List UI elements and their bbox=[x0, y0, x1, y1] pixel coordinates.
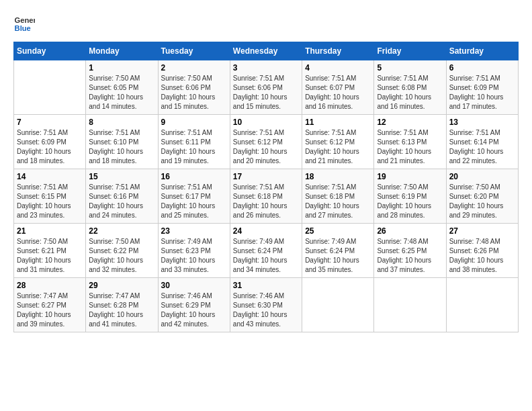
day-info: Sunrise: 7:49 AM Sunset: 6:24 PM Dayligh… bbox=[305, 237, 371, 275]
calendar-cell: 9Sunrise: 7:51 AM Sunset: 6:11 PM Daylig… bbox=[158, 115, 230, 169]
day-number: 6 bbox=[449, 63, 515, 73]
calendar-cell: 2Sunrise: 7:50 AM Sunset: 6:06 PM Daylig… bbox=[158, 60, 230, 115]
day-number: 21 bbox=[17, 226, 83, 236]
calendar-cell: 29Sunrise: 7:47 AM Sunset: 6:28 PM Dayli… bbox=[86, 278, 158, 332]
page-header: General Blue bbox=[13, 13, 519, 35]
day-info: Sunrise: 7:47 AM Sunset: 6:28 PM Dayligh… bbox=[89, 291, 154, 329]
svg-text:General: General bbox=[15, 16, 35, 24]
day-number: 26 bbox=[377, 226, 443, 236]
calendar-cell: 11Sunrise: 7:51 AM Sunset: 6:12 PM Dayli… bbox=[302, 115, 374, 169]
day-info: Sunrise: 7:51 AM Sunset: 6:14 PM Dayligh… bbox=[449, 128, 515, 166]
calendar-cell: 10Sunrise: 7:51 AM Sunset: 6:12 PM Dayli… bbox=[230, 115, 302, 169]
day-info: Sunrise: 7:47 AM Sunset: 6:27 PM Dayligh… bbox=[17, 291, 83, 329]
day-number: 24 bbox=[233, 226, 299, 236]
calendar-cell: 19Sunrise: 7:50 AM Sunset: 6:19 PM Dayli… bbox=[374, 169, 446, 224]
week-row-2: 7Sunrise: 7:51 AM Sunset: 6:09 PM Daylig… bbox=[14, 115, 519, 169]
calendar-cell: 31Sunrise: 7:46 AM Sunset: 6:30 PM Dayli… bbox=[230, 278, 302, 332]
day-info: Sunrise: 7:51 AM Sunset: 6:12 PM Dayligh… bbox=[233, 128, 299, 166]
calendar-cell: 16Sunrise: 7:51 AM Sunset: 6:17 PM Dayli… bbox=[158, 169, 230, 224]
day-number: 7 bbox=[17, 118, 83, 127]
calendar-cell: 13Sunrise: 7:51 AM Sunset: 6:14 PM Dayli… bbox=[446, 115, 518, 169]
day-number: 22 bbox=[89, 226, 154, 236]
calendar-cell: 18Sunrise: 7:51 AM Sunset: 6:18 PM Dayli… bbox=[302, 169, 374, 224]
day-info: Sunrise: 7:51 AM Sunset: 6:11 PM Dayligh… bbox=[161, 128, 227, 166]
day-number: 9 bbox=[161, 118, 227, 127]
logo: General Blue bbox=[13, 13, 35, 35]
calendar-cell: 24Sunrise: 7:49 AM Sunset: 6:24 PM Dayli… bbox=[230, 224, 302, 278]
week-row-3: 14Sunrise: 7:51 AM Sunset: 6:15 PM Dayli… bbox=[14, 169, 519, 224]
calendar-cell: 27Sunrise: 7:48 AM Sunset: 6:26 PM Dayli… bbox=[446, 224, 518, 278]
week-row-4: 21Sunrise: 7:50 AM Sunset: 6:21 PM Dayli… bbox=[14, 224, 519, 278]
calendar-cell: 14Sunrise: 7:51 AM Sunset: 6:15 PM Dayli… bbox=[14, 169, 86, 224]
calendar-cell: 20Sunrise: 7:50 AM Sunset: 6:20 PM Dayli… bbox=[446, 169, 518, 224]
day-info: Sunrise: 7:51 AM Sunset: 6:10 PM Dayligh… bbox=[89, 128, 154, 166]
header-cell-friday: Friday bbox=[374, 42, 446, 60]
day-number: 11 bbox=[305, 118, 371, 127]
day-number: 8 bbox=[89, 118, 154, 127]
calendar-cell: 23Sunrise: 7:49 AM Sunset: 6:23 PM Dayli… bbox=[158, 224, 230, 278]
calendar-cell: 25Sunrise: 7:49 AM Sunset: 6:24 PM Dayli… bbox=[302, 224, 374, 278]
day-info: Sunrise: 7:48 AM Sunset: 6:25 PM Dayligh… bbox=[377, 237, 443, 275]
day-info: Sunrise: 7:50 AM Sunset: 6:22 PM Dayligh… bbox=[89, 237, 154, 275]
header-cell-tuesday: Tuesday bbox=[158, 42, 230, 60]
calendar-cell: 22Sunrise: 7:50 AM Sunset: 6:22 PM Dayli… bbox=[86, 224, 158, 278]
day-number: 27 bbox=[449, 226, 515, 236]
day-info: Sunrise: 7:50 AM Sunset: 6:19 PM Dayligh… bbox=[377, 183, 443, 220]
day-info: Sunrise: 7:49 AM Sunset: 6:24 PM Dayligh… bbox=[233, 237, 299, 275]
day-number: 2 bbox=[161, 63, 227, 73]
calendar-cell: 21Sunrise: 7:50 AM Sunset: 6:21 PM Dayli… bbox=[14, 224, 86, 278]
calendar-cell bbox=[14, 60, 86, 115]
day-info: Sunrise: 7:51 AM Sunset: 6:09 PM Dayligh… bbox=[17, 128, 83, 166]
day-number: 30 bbox=[161, 281, 227, 290]
day-info: Sunrise: 7:46 AM Sunset: 6:29 PM Dayligh… bbox=[161, 291, 227, 329]
header-cell-sunday: Sunday bbox=[14, 42, 86, 60]
day-number: 13 bbox=[449, 118, 515, 127]
header-cell-monday: Monday bbox=[86, 42, 158, 60]
day-info: Sunrise: 7:51 AM Sunset: 6:07 PM Dayligh… bbox=[305, 74, 371, 111]
day-number: 10 bbox=[233, 118, 299, 127]
calendar-cell: 17Sunrise: 7:51 AM Sunset: 6:18 PM Dayli… bbox=[230, 169, 302, 224]
header-cell-thursday: Thursday bbox=[302, 42, 374, 60]
calendar-cell: 30Sunrise: 7:46 AM Sunset: 6:29 PM Dayli… bbox=[158, 278, 230, 332]
day-info: Sunrise: 7:50 AM Sunset: 6:05 PM Dayligh… bbox=[89, 74, 154, 111]
day-number: 19 bbox=[377, 172, 443, 181]
day-info: Sunrise: 7:51 AM Sunset: 6:13 PM Dayligh… bbox=[377, 128, 443, 166]
day-number: 15 bbox=[89, 172, 154, 181]
calendar-cell: 3Sunrise: 7:51 AM Sunset: 6:06 PM Daylig… bbox=[230, 60, 302, 115]
day-info: Sunrise: 7:51 AM Sunset: 6:18 PM Dayligh… bbox=[233, 183, 299, 220]
calendar-cell: 7Sunrise: 7:51 AM Sunset: 6:09 PM Daylig… bbox=[14, 115, 86, 169]
day-info: Sunrise: 7:51 AM Sunset: 6:09 PM Dayligh… bbox=[449, 74, 515, 111]
day-number: 17 bbox=[233, 172, 299, 181]
day-number: 12 bbox=[377, 118, 443, 127]
day-number: 23 bbox=[161, 226, 227, 236]
day-number: 3 bbox=[233, 63, 299, 73]
calendar-cell: 6Sunrise: 7:51 AM Sunset: 6:09 PM Daylig… bbox=[446, 60, 518, 115]
day-number: 28 bbox=[17, 281, 83, 290]
day-info: Sunrise: 7:49 AM Sunset: 6:23 PM Dayligh… bbox=[161, 237, 227, 275]
day-number: 16 bbox=[161, 172, 227, 181]
day-number: 4 bbox=[305, 63, 371, 73]
day-number: 20 bbox=[449, 172, 515, 181]
week-row-1: 1Sunrise: 7:50 AM Sunset: 6:05 PM Daylig… bbox=[14, 60, 519, 115]
calendar-body: 1Sunrise: 7:50 AM Sunset: 6:05 PM Daylig… bbox=[14, 60, 519, 332]
day-number: 5 bbox=[377, 63, 443, 73]
calendar-cell: 28Sunrise: 7:47 AM Sunset: 6:27 PM Dayli… bbox=[14, 278, 86, 332]
day-number: 25 bbox=[305, 226, 371, 236]
week-row-5: 28Sunrise: 7:47 AM Sunset: 6:27 PM Dayli… bbox=[14, 278, 519, 332]
calendar-cell: 12Sunrise: 7:51 AM Sunset: 6:13 PM Dayli… bbox=[374, 115, 446, 169]
header-cell-saturday: Saturday bbox=[446, 42, 518, 60]
day-info: Sunrise: 7:50 AM Sunset: 6:20 PM Dayligh… bbox=[449, 183, 515, 220]
day-info: Sunrise: 7:51 AM Sunset: 6:08 PM Dayligh… bbox=[377, 74, 443, 111]
calendar-cell bbox=[302, 278, 374, 332]
day-number: 31 bbox=[233, 281, 299, 290]
day-number: 1 bbox=[89, 63, 154, 73]
svg-text:Blue: Blue bbox=[15, 24, 31, 32]
day-info: Sunrise: 7:51 AM Sunset: 6:17 PM Dayligh… bbox=[161, 183, 227, 220]
calendar-cell bbox=[374, 278, 446, 332]
day-number: 14 bbox=[17, 172, 83, 181]
calendar-cell bbox=[446, 278, 518, 332]
calendar-cell: 1Sunrise: 7:50 AM Sunset: 6:05 PM Daylig… bbox=[86, 60, 158, 115]
day-number: 18 bbox=[305, 172, 371, 181]
day-info: Sunrise: 7:51 AM Sunset: 6:15 PM Dayligh… bbox=[17, 183, 83, 220]
logo-icon: General Blue bbox=[13, 13, 35, 35]
